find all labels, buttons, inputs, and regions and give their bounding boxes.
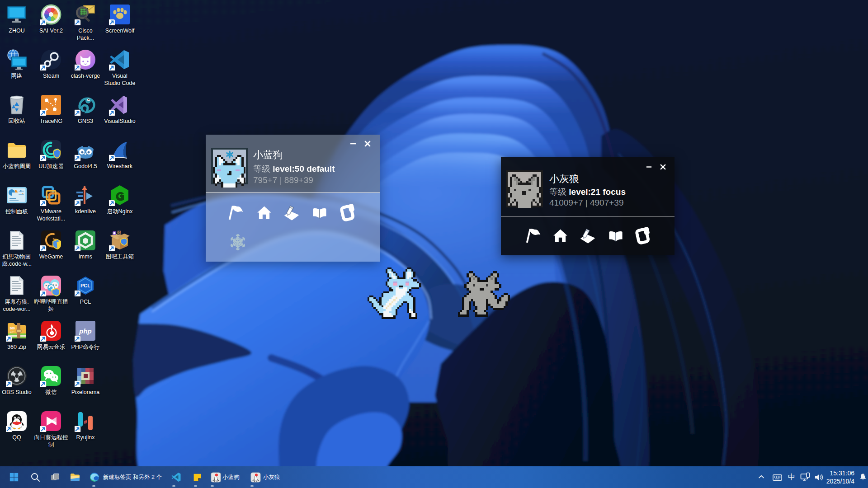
svg-text:z: z bbox=[863, 473, 865, 477]
svg-text:php: php bbox=[79, 327, 92, 335]
svg-text:PCL: PCL bbox=[80, 283, 90, 288]
svg-text:ZIP: ZIP bbox=[10, 330, 14, 333]
svg-text:64: 64 bbox=[118, 231, 121, 234]
svg-text:360: 360 bbox=[9, 327, 15, 330]
svg-text:#: # bbox=[84, 418, 87, 425]
